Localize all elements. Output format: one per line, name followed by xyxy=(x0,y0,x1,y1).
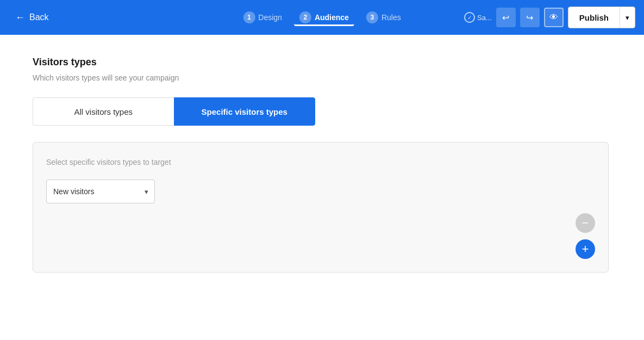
step-audience-num: 2 xyxy=(299,11,311,23)
eye-icon: 👁 xyxy=(549,13,558,22)
visitor-type-select-wrapper: New visitors Returning visitors All visi… xyxy=(46,180,155,203)
plus-icon: + xyxy=(582,243,589,255)
target-label: Select specific visitors types to target xyxy=(46,158,595,166)
visitor-type-select[interactable]: New visitors Returning visitors All visi… xyxy=(46,180,155,203)
app-header: ← Back 1 Design 2 Audience 3 Rules ✓ Sa.… xyxy=(0,0,644,35)
redo-icon: ↪ xyxy=(526,13,533,23)
publish-caret-button[interactable]: ▾ xyxy=(620,7,635,28)
step-design[interactable]: 1 Design xyxy=(237,9,287,26)
add-visitor-button[interactable]: + xyxy=(576,239,595,259)
save-check-icon: ✓ xyxy=(464,12,475,23)
back-label: Back xyxy=(29,13,49,22)
back-arrow-icon: ← xyxy=(15,12,25,23)
publish-btn-group: Publish ▾ xyxy=(568,7,635,28)
header-right: ✓ Sa... ↩ ↪ 👁 Publish ▾ xyxy=(464,7,635,28)
main-content: Visitors types Which visitors types will… xyxy=(0,35,644,340)
action-buttons: − + xyxy=(576,213,595,259)
visitor-select-row: New visitors Returning visitors All visi… xyxy=(46,180,595,203)
remove-visitor-button[interactable]: − xyxy=(576,213,595,233)
target-box: Select specific visitors types to target… xyxy=(33,142,609,273)
undo-button[interactable]: ↩ xyxy=(496,8,516,27)
redo-button[interactable]: ↪ xyxy=(520,8,540,27)
step-rules[interactable]: 3 Rules xyxy=(361,9,407,26)
step-rules-label: Rules xyxy=(382,13,401,22)
nav-steps: 1 Design 2 Audience 3 Rules xyxy=(237,9,406,26)
minus-icon: − xyxy=(582,217,589,229)
step-rules-num: 3 xyxy=(366,11,378,23)
publish-chevron-icon: ▾ xyxy=(626,14,629,22)
save-status: ✓ Sa... xyxy=(464,12,492,23)
step-audience[interactable]: 2 Audience xyxy=(294,9,354,26)
visitor-type-toggle: All visitors types Specific visitors typ… xyxy=(33,97,315,126)
undo-icon: ↩ xyxy=(502,13,509,23)
preview-button[interactable]: 👁 xyxy=(544,8,564,27)
section-title: Visitors types xyxy=(33,57,611,68)
specific-visitors-button[interactable]: Specific visitors types xyxy=(174,97,316,126)
back-button[interactable]: ← Back xyxy=(9,8,55,28)
save-label: Sa... xyxy=(477,14,492,22)
publish-button[interactable]: Publish xyxy=(568,7,620,28)
step-design-num: 1 xyxy=(243,11,255,23)
section-desc: Which visitors types will see your campa… xyxy=(33,73,611,82)
step-audience-label: Audience xyxy=(315,13,349,22)
all-visitors-button[interactable]: All visitors types xyxy=(33,97,174,126)
step-design-label: Design xyxy=(258,13,282,22)
